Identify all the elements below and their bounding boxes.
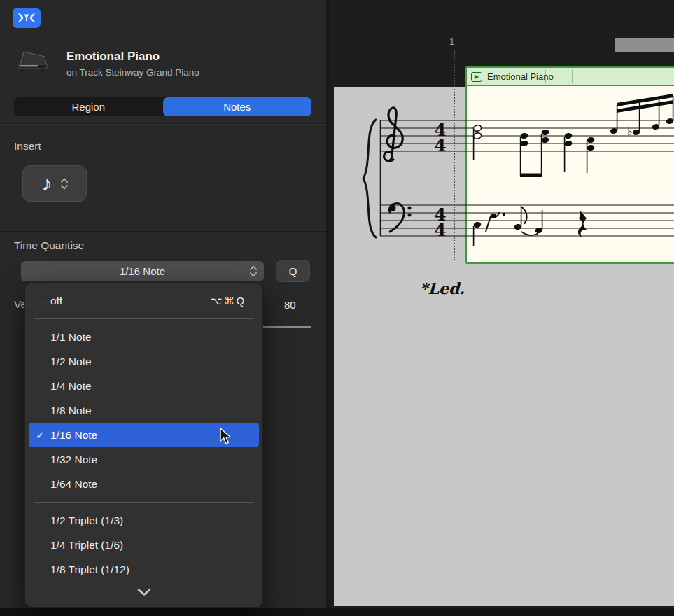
system-brace xyxy=(363,120,376,237)
bass-clef-icon xyxy=(389,204,411,232)
pedal-marking: *Led. xyxy=(420,279,465,298)
time-quantise-popup[interactable]: 1/16 Note xyxy=(21,261,264,281)
menu-item-1-4-note[interactable]: 1/4 Note xyxy=(29,374,259,398)
grand-piano-icon xyxy=(15,46,50,76)
menu-item-label: off xyxy=(50,295,62,307)
region-name: Emotional Piano xyxy=(487,71,554,82)
mouse-cursor xyxy=(220,428,232,446)
menu-item-1-1-note[interactable]: 1/1 Note xyxy=(29,325,259,349)
region-header[interactable]: ▶ Emotional Piano xyxy=(467,68,674,86)
filter-funnel-icon xyxy=(18,13,35,23)
region-grid-line xyxy=(572,70,573,83)
updown-chevrons-icon xyxy=(61,178,68,190)
menu-item-off[interactable]: off ⌥⌘Q xyxy=(29,288,259,313)
time-quantise-value: 1/16 Note xyxy=(120,265,165,277)
region-play-icon[interactable]: ▶ xyxy=(471,72,482,82)
menu-item-1-4-triplet[interactable]: 1/4 Triplet (1/6) xyxy=(29,533,259,557)
flat-accidental-icon: ♭ xyxy=(627,125,633,138)
window-bottom-edge xyxy=(0,608,674,616)
menu-separator xyxy=(35,318,253,319)
ruler-beat-1[interactable]: 1 xyxy=(449,36,454,47)
grand-staff-notation: 4 4 4 4 xyxy=(334,88,674,312)
svg-text:4: 4 xyxy=(434,220,446,240)
inspector-tab-bar: Region Notes xyxy=(14,97,311,116)
insert-label: Insert xyxy=(14,140,41,153)
menu-item-1-32-note[interactable]: 1/32 Note xyxy=(29,447,259,472)
region-title: Emotional Piano xyxy=(66,50,160,64)
menu-item-1-64-note[interactable]: 1/64 Note xyxy=(29,472,259,496)
checkmark-icon: ✓ xyxy=(36,429,45,442)
menu-item-shortcut: ⌥⌘Q xyxy=(211,295,247,307)
treble-clef-icon xyxy=(384,108,403,161)
quantise-apply-button[interactable]: Q xyxy=(276,260,310,282)
midi-transform-filter-button[interactable] xyxy=(13,8,41,28)
velocity-value: 80 xyxy=(284,299,296,311)
section-divider xyxy=(0,231,326,232)
svg-text:4: 4 xyxy=(434,135,446,155)
region-grid-line xyxy=(545,70,546,83)
menu-scroll-more[interactable] xyxy=(25,583,262,601)
insert-note-value-dropdown[interactable]: ♪ xyxy=(22,165,87,202)
track-subtitle: on Track Steinway Grand Piano xyxy=(66,67,199,78)
tab-notes[interactable]: Notes xyxy=(163,97,312,116)
menu-item-1-8-note[interactable]: 1/8 Note xyxy=(29,398,259,423)
tab-region[interactable]: Region xyxy=(14,97,163,116)
score-editor: 1 ▶ Emotional Piano xyxy=(330,0,674,616)
chevron-down-icon xyxy=(137,589,151,596)
menu-separator xyxy=(35,502,253,503)
ruler-gray-block[interactable] xyxy=(615,38,674,52)
menu-item-1-8-triplet[interactable]: 1/8 Triplet (1/12) xyxy=(29,557,259,582)
updown-chevrons-icon xyxy=(250,265,257,277)
menu-item-1-2-note[interactable]: 1/2 Note xyxy=(29,349,259,374)
section-divider xyxy=(0,123,326,124)
time-signature: 4 4 4 4 xyxy=(434,120,446,240)
eighth-note-icon: ♪ xyxy=(42,173,52,194)
playhead-line xyxy=(454,50,455,260)
menu-item-1-2-triplet[interactable]: 1/2 Triplet (1/3) xyxy=(29,508,259,533)
time-quantise-label: Time Quantise xyxy=(14,239,84,252)
